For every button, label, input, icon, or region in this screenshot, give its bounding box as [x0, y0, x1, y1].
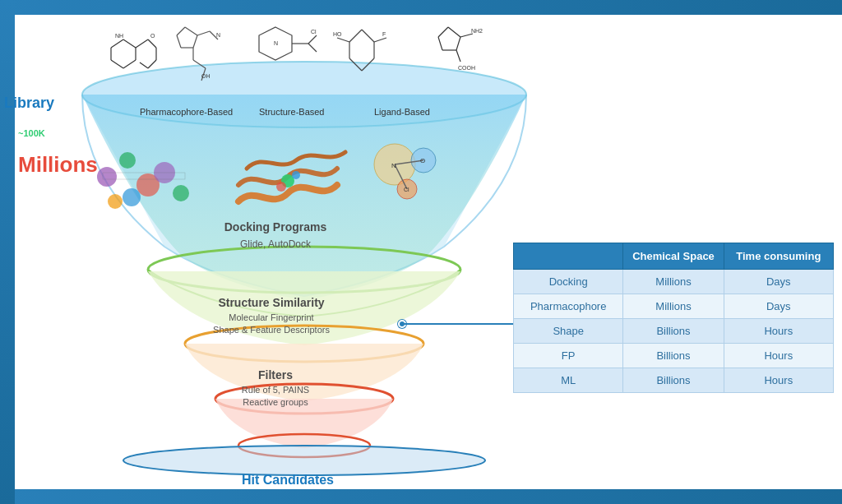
svg-point-64 — [173, 185, 189, 201]
table-body: DockingMillionsDaysPharmacophoreMillions… — [514, 270, 834, 393]
svg-line-18 — [140, 62, 148, 68]
pharmacophore-image — [82, 127, 214, 226]
svg-line-14 — [136, 39, 148, 48]
similarity-sub1-label: Molecular Fingerprint — [181, 312, 362, 322]
similarity-sub2-label: Shape & Feature Descriptors — [181, 325, 362, 335]
top-bar — [0, 0, 842, 15]
svg-text:N: N — [391, 162, 396, 169]
library-label: Library — [4, 95, 54, 112]
svg-text:HO: HO — [333, 31, 342, 37]
protein-structure-image — [222, 119, 354, 218]
table-cell-time: Hours — [724, 368, 833, 393]
svg-text:N: N — [274, 40, 278, 46]
svg-point-61 — [123, 188, 141, 206]
svg-line-52 — [438, 37, 442, 50]
docking-sub-label: Glide, AutoDock — [193, 238, 358, 250]
svg-line-42 — [362, 58, 374, 71]
svg-line-29 — [193, 60, 206, 68]
col-time-header: Time consuming — [724, 243, 833, 270]
col-method-header — [514, 243, 623, 270]
svg-text:COOH: COOH — [458, 65, 475, 71]
table-cell-space: Billions — [623, 344, 724, 368]
svg-line-43 — [349, 58, 362, 71]
molecule-sketches: NH O N OH — [95, 23, 522, 101]
svg-line-8 — [111, 39, 123, 48]
svg-line-26 — [197, 31, 210, 35]
col-space-header: Chemical Space — [623, 243, 724, 270]
table-cell-space: Millions — [623, 270, 724, 294]
filters-sub1-label: Rule of 5, PAINS — [193, 385, 358, 395]
table-cell-method: Docking — [514, 270, 623, 294]
filters-label: Filters — [193, 368, 358, 381]
svg-line-40 — [362, 30, 374, 42]
comparison-table: Chemical Space Time consuming DockingMil… — [513, 243, 834, 393]
table-cell-method: Shape — [514, 319, 623, 344]
svg-line-45 — [337, 38, 349, 42]
table-row: MLBillionsHours — [514, 368, 834, 393]
svg-line-54 — [460, 34, 473, 37]
table-cell-time: Hours — [724, 319, 833, 344]
svg-line-39 — [349, 30, 362, 42]
svg-point-58 — [97, 167, 117, 187]
svg-point-59 — [119, 152, 136, 169]
svg-line-35 — [308, 35, 317, 44]
svg-text:N: N — [216, 32, 220, 38]
svg-line-21 — [185, 27, 197, 35]
svg-point-68 — [276, 182, 286, 192]
svg-line-49 — [448, 27, 460, 37]
svg-line-17 — [148, 60, 156, 68]
ligand-based-label: Ligand-Based — [374, 107, 430, 117]
svg-text:Cl: Cl — [311, 29, 317, 35]
table-row: PharmacophoreMillionsDays — [514, 294, 834, 319]
table-cell-time: Hours — [724, 344, 833, 368]
table-cell-space: Millions — [623, 294, 724, 319]
svg-line-15 — [148, 39, 156, 48]
svg-text:OH: OH — [201, 73, 210, 79]
table-cell-method: FP — [514, 344, 623, 368]
connector-line — [403, 323, 530, 325]
svg-text:NH2: NH2 — [471, 28, 483, 34]
svg-text:Cl: Cl — [404, 187, 409, 192]
table-cell-time: Days — [724, 294, 833, 319]
table-cell-method: Pharmacophore — [514, 294, 623, 319]
bottom-bar — [0, 489, 842, 504]
main-container: NH O N OH — [0, 0, 842, 504]
svg-line-11 — [123, 60, 136, 68]
table-row: ShapeBillionsHours — [514, 319, 834, 344]
ligand-structure-image: N O Cl — [354, 123, 460, 214]
pharmacophore-label: Pharmacophore-Based — [140, 107, 233, 117]
svg-line-25 — [177, 27, 185, 35]
comparison-table-container: Chemical Space Time consuming DockingMil… — [513, 243, 834, 393]
table-cell-method: ML — [514, 368, 623, 393]
table-cell-space: Billions — [623, 368, 724, 393]
svg-line-9 — [123, 39, 136, 48]
filters-sub2-label: Reactive groups — [193, 397, 358, 407]
svg-point-62 — [108, 194, 123, 209]
svg-line-46 — [374, 38, 386, 42]
table-cell-time: Days — [724, 270, 833, 294]
svg-line-24 — [177, 35, 181, 48]
svg-line-36 — [308, 44, 317, 52]
svg-line-12 — [111, 60, 123, 68]
svg-text:O: O — [420, 157, 425, 164]
svg-line-50 — [456, 37, 460, 50]
table-cell-space: Billions — [623, 319, 724, 344]
svg-point-67 — [292, 171, 300, 179]
left-bar — [0, 0, 15, 504]
table-row: FPBillionsHours — [514, 344, 834, 368]
svg-text:F: F — [382, 31, 386, 37]
svg-line-22 — [193, 35, 197, 48]
svg-text:NH: NH — [115, 33, 123, 39]
table-header-row: Chemical Space Time consuming — [514, 243, 834, 270]
svg-text:O: O — [150, 33, 155, 39]
structure-based-label: Structure-Based — [259, 107, 324, 117]
svg-line-55 — [456, 50, 460, 62]
svg-line-53 — [438, 27, 448, 37]
hit-candidates-label: Hit Candidates — [123, 473, 452, 488]
table-row: DockingMillionsDays — [514, 270, 834, 294]
structure-similarity-label: Structure Similarity — [181, 296, 362, 309]
